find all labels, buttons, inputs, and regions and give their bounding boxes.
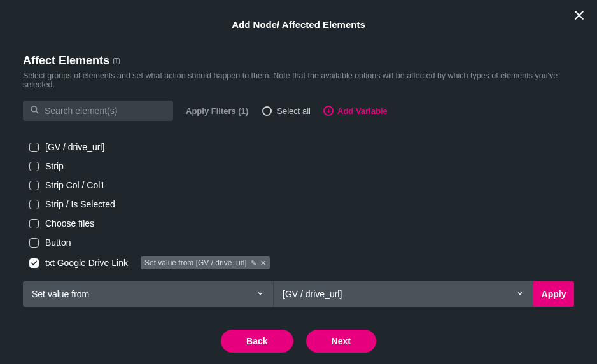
list-item[interactable]: Strip [23, 157, 574, 176]
checkbox[interactable] [29, 143, 39, 152]
list-item-label: Strip Col / Col1 [45, 180, 105, 190]
checkbox[interactable] [29, 238, 39, 248]
select-all-checkbox[interactable]: Select all [262, 106, 311, 116]
checkbox[interactable] [29, 258, 39, 268]
info-icon[interactable]: i [113, 58, 120, 64]
list-item[interactable]: txt Google Drive Link Set value from [GV… [23, 252, 574, 274]
list-item[interactable]: Button [23, 233, 574, 252]
next-button[interactable]: Next [306, 330, 376, 353]
list-item[interactable]: Strip / Is Selected [23, 195, 574, 214]
footer-buttons: Back Next [0, 330, 597, 353]
section-header: Affect Elements i [23, 54, 574, 67]
pencil-icon[interactable]: ✎ [251, 259, 256, 267]
apply-filters-button[interactable]: Apply Filters (1) [186, 106, 248, 116]
plus-circle-icon: + [323, 106, 334, 116]
list-item[interactable]: [GV / drive_url] [23, 137, 574, 157]
action-row: Set value from [GV / drive_url] Apply [23, 281, 574, 307]
list-item-label: Choose files [45, 218, 94, 228]
select-all-label: Select all [277, 106, 311, 116]
search-field[interactable] [23, 101, 173, 121]
add-variable-button[interactable]: + Add Variable [323, 106, 388, 116]
apply-button[interactable]: Apply [533, 281, 574, 307]
chevron-down-icon [256, 289, 264, 299]
section-description: Select groups of elements and set what a… [23, 71, 574, 89]
action-dropdown-label: Set value from [32, 289, 89, 299]
list-item-label: txt Google Drive Link [45, 258, 128, 268]
list-item-label: Strip / Is Selected [45, 199, 115, 209]
checkbox[interactable] [29, 181, 39, 190]
section-title: Affect Elements [23, 54, 109, 67]
search-input[interactable] [45, 106, 167, 116]
svg-line-3 [36, 111, 38, 113]
action-pill: Set value from [GV / drive_url] ✎ ✕ [141, 256, 270, 269]
search-icon [29, 104, 39, 117]
value-dropdown[interactable]: [GV / drive_url] [274, 281, 533, 307]
close-icon[interactable] [573, 9, 586, 22]
list-item[interactable]: Choose files [23, 214, 574, 233]
back-button[interactable]: Back [221, 330, 293, 353]
value-dropdown-label: [GV / drive_url] [283, 289, 342, 299]
checkbox[interactable] [29, 200, 39, 209]
list-item[interactable]: Strip Col / Col1 [23, 176, 574, 195]
controls-row: Apply Filters (1) Select all + Add Varia… [23, 101, 574, 121]
add-variable-label: Add Variable [337, 106, 388, 116]
action-pill-text: Set value from [GV / drive_url] [144, 258, 247, 267]
action-dropdown[interactable]: Set value from [23, 281, 274, 307]
remove-pill-icon[interactable]: ✕ [260, 259, 266, 267]
list-item-label: Button [45, 237, 71, 248]
modal-root: Add Node/ Affected Elements Affect Eleme… [0, 0, 597, 364]
chevron-down-icon [516, 289, 524, 299]
checkbox[interactable] [29, 162, 39, 171]
select-all-box[interactable] [262, 106, 272, 116]
page-title: Add Node/ Affected Elements [23, 0, 574, 30]
checkbox[interactable] [29, 219, 39, 228]
list-item-label: Strip [45, 161, 64, 171]
element-list: [GV / drive_url] Strip Strip Col / Col1 … [23, 137, 574, 274]
list-item-label: [GV / drive_url] [45, 142, 104, 152]
